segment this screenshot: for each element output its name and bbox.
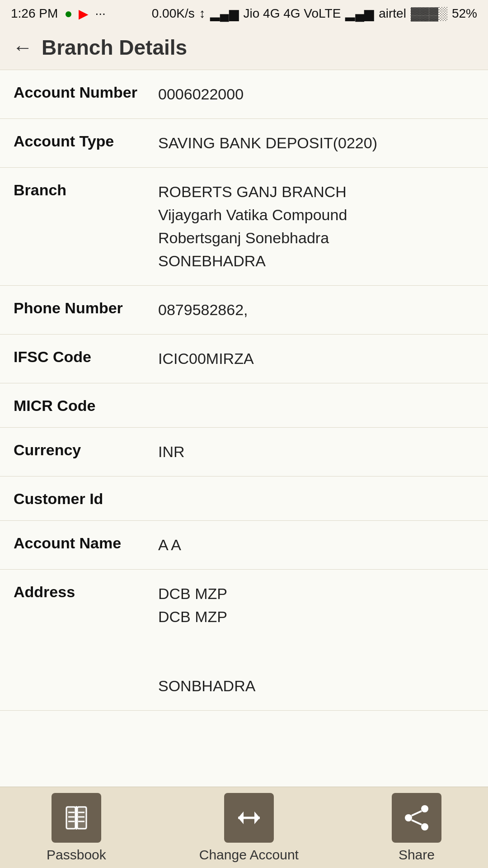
detail-row: CurrencyINR [0, 428, 488, 476]
share-nav-item[interactable]: Share [392, 793, 441, 863]
battery-percent: 52% [452, 6, 477, 21]
passbook-icon-box [52, 793, 101, 843]
more-icon: ··· [95, 6, 105, 21]
detail-label: Account Type [14, 132, 158, 150]
status-left: 1:26 PM ● ▶ ··· [11, 6, 106, 21]
carrier2-label: airtel [379, 6, 406, 21]
detail-row: Phone Number0879582862, [0, 286, 488, 335]
passbook-label: Passbook [47, 847, 106, 863]
detail-label: Account Number [14, 83, 158, 101]
detail-value: SAVING BANK DEPOSIT(0220) [158, 132, 474, 155]
svg-marker-11 [254, 811, 260, 824]
share-icon-box [392, 793, 441, 843]
battery-icon: ▓▓▓░ [411, 6, 447, 21]
change-account-label: Change Account [199, 847, 299, 863]
detail-row: Account NameA A [0, 521, 488, 570]
share-icon [402, 803, 431, 832]
svg-line-17 [412, 820, 422, 825]
arrows-icon: ↕ [199, 6, 206, 21]
svg-point-15 [421, 823, 428, 830]
passbook-icon [62, 803, 91, 832]
detail-value: 0006022000 [158, 83, 474, 106]
page-header: ← Branch Details [0, 27, 488, 70]
status-right: 0.00K/s ↕ ▂▄▆ Jio 4G 4G VoLTE ▂▄▆ airtel… [152, 6, 477, 21]
detail-label: Phone Number [14, 298, 158, 317]
carrier1-label: Jio 4G 4G VoLTE [244, 6, 341, 21]
detail-row: AddressDCB MZP DCB MZP SONBHADRA [0, 570, 488, 711]
detail-value: DCB MZP DCB MZP SONBHADRA [158, 582, 474, 698]
svg-point-14 [405, 814, 412, 821]
detail-value: A A [158, 533, 474, 557]
svg-marker-12 [238, 811, 244, 824]
detail-value: 0879582862, [158, 298, 474, 321]
page-title: Branch Details [42, 35, 187, 60]
svg-point-13 [421, 805, 428, 812]
time-display: 1:26 PM [11, 6, 58, 21]
bottom-navigation: Passbook Change Account Share [0, 787, 488, 868]
change-account-nav-item[interactable]: Change Account [199, 793, 299, 863]
detail-label: MICR Code [14, 396, 158, 415]
detail-label: Address [14, 582, 158, 601]
detail-row: Customer Id [0, 476, 488, 521]
svg-line-16 [412, 811, 422, 816]
content-area: Account Number0006022000Account TypeSAVI… [0, 70, 488, 787]
passbook-nav-item[interactable]: Passbook [47, 793, 106, 863]
detail-label: Account Name [14, 533, 158, 552]
signal2-icon: ▂▄▆ [345, 6, 374, 21]
share-label: Share [399, 847, 435, 863]
detail-label: IFSC Code [14, 347, 158, 366]
detail-row: IFSC CodeICIC00MIRZA [0, 335, 488, 383]
detail-label: Currency [14, 440, 158, 459]
detail-row: BranchROBERTS GANJ BRANCH Vijaygarh Vati… [0, 168, 488, 286]
detail-label: Customer Id [14, 489, 158, 508]
detail-row: Account Number0006022000 [0, 70, 488, 119]
detail-value: INR [158, 440, 474, 463]
back-button[interactable]: ← [13, 36, 33, 59]
signal-icon: ▂▄▆ [210, 6, 239, 21]
detail-value: ROBERTS GANJ BRANCH Vijaygarh Vatika Com… [158, 180, 474, 273]
network-speed: 0.00K/s [152, 6, 195, 21]
detail-value: ICIC00MIRZA [158, 347, 474, 370]
detail-row: MICR Code [0, 383, 488, 428]
whatsapp-icon: ● [64, 6, 72, 21]
change-account-icon-box [224, 793, 274, 843]
status-bar: 1:26 PM ● ▶ ··· 0.00K/s ↕ ▂▄▆ Jio 4G 4G … [0, 0, 488, 27]
youtube-icon: ▶ [79, 6, 89, 21]
detail-label: Branch [14, 180, 158, 199]
change-account-icon [235, 803, 263, 832]
detail-row: Account TypeSAVING BANK DEPOSIT(0220) [0, 119, 488, 168]
